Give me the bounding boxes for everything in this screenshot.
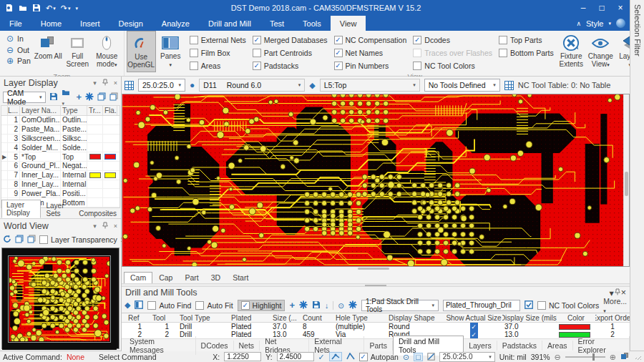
add-layer-button[interactable]: + xyxy=(76,93,82,102)
style-caret-icon[interactable]: ▾ xyxy=(608,21,611,26)
layer-trace-color-cell[interactable] xyxy=(87,171,103,180)
drill-header-show-actual-size[interactable]: Show Actual Size xyxy=(445,313,502,322)
grid-size-combo[interactable]: 25.0:25.0▾ xyxy=(138,79,185,92)
vertical-scroll-thumb[interactable] xyxy=(625,172,628,196)
layer-flash-color-cell[interactable] xyxy=(103,198,117,207)
checkbox-nc-compensation[interactable]: ✓NC Compensation xyxy=(334,36,407,44)
zoom-slider[interactable] xyxy=(565,356,605,358)
cam-mode-combo[interactable]: CAM Mode▾ xyxy=(3,92,46,103)
layer-trace-color-cell[interactable] xyxy=(87,125,103,134)
canvas-vertical-scrollbar[interactable] xyxy=(623,94,629,266)
layer-row-paste-ma[interactable]: 2Paste_Ma...Paste... xyxy=(1,125,119,134)
autopan-checkbox[interactable]: ✓Autopan xyxy=(359,353,399,361)
panes-button[interactable]: Panes▾ xyxy=(156,31,185,72)
checkbox-nc-tool-colors[interactable]: NC Tool Colors xyxy=(413,62,492,70)
checkbox-merged-databases[interactable]: ✓Merged Databases xyxy=(253,36,328,44)
output-tab-areas[interactable]: Areas xyxy=(542,341,572,351)
checkbox-padstacks[interactable]: ✓Padstacks xyxy=(253,62,328,70)
highlight-checkbox[interactable]: ✓Highlight xyxy=(238,300,286,311)
redo-button[interactable]: ↷▾ xyxy=(61,4,71,13)
checkbox-net-names[interactable]: ✓Net Names xyxy=(334,49,407,57)
layer-flash-color-cell[interactable] xyxy=(103,180,117,189)
more-button[interactable]: More... ▾ xyxy=(603,297,627,314)
drill-header-color[interactable]: Color xyxy=(557,313,595,322)
new-file-button[interactable] xyxy=(5,4,14,12)
layer-row-ground-pl[interactable]: 6Ground_Pl...Negat... xyxy=(1,162,119,171)
angle-snap-button[interactable] xyxy=(346,353,355,361)
header-traces[interactable]: Tr... xyxy=(87,106,103,115)
load-layers-button[interactable]: ▾ xyxy=(62,88,72,107)
world-refresh-button[interactable] xyxy=(3,235,11,245)
export-tools-button[interactable]: ↓ xyxy=(325,301,328,310)
header-flashes[interactable]: Fla... xyxy=(103,106,117,115)
zoom-out-slider-button[interactable]: ⊖ xyxy=(555,353,561,361)
layer-trace-color-cell[interactable] xyxy=(87,134,103,143)
layer-display-close-icon[interactable]: × xyxy=(114,79,117,87)
menu-item-view[interactable]: View xyxy=(331,16,366,31)
world-copy-button[interactable] xyxy=(15,235,24,245)
layer-row-power-pla[interactable]: 9Power_Pla...Positi... xyxy=(1,189,119,198)
layer-trace-color-cell[interactable] xyxy=(87,189,103,197)
origin-target-button[interactable]: ⊙ xyxy=(403,353,409,361)
change-view-button[interactable]: Change View▾ xyxy=(586,31,615,72)
layer-row-inner-lay[interactable]: 7Inner_Lay...Internal xyxy=(1,171,119,180)
doc-tab-cap[interactable]: Cap xyxy=(153,273,178,283)
drill-header-size[interactable]: Size (... xyxy=(270,313,301,322)
drill-header-ref[interactable]: Ref xyxy=(126,313,150,322)
minimize-button[interactable]: – xyxy=(574,0,592,16)
panel-splitter[interactable] xyxy=(122,283,630,287)
drill-header-count[interactable]: Count xyxy=(301,313,333,322)
maximize-button[interactable]: □ xyxy=(592,0,611,16)
selection-filter-strip[interactable]: Selection Filter xyxy=(630,0,644,351)
layer-display-menu-caret-icon[interactable]: ▾ xyxy=(93,79,97,87)
layer-row-solder-m[interactable]: 4Solder_M...Solde... xyxy=(1,143,119,152)
pcb-design-canvas[interactable] xyxy=(122,94,623,266)
save-layers-button[interactable] xyxy=(49,92,58,102)
x-coordinate-input[interactable] xyxy=(224,352,261,361)
status-grid-combo[interactable]: 25.0:25.0▾ xyxy=(439,352,495,362)
nc-tools-combo[interactable]: No Tools Defined▾ xyxy=(424,79,500,92)
layer-trace-color-cell[interactable] xyxy=(87,116,103,124)
help-globe-icon[interactable] xyxy=(616,19,625,28)
style-button[interactable]: Style xyxy=(586,19,603,28)
output-tab-padstacks[interactable]: Padstacks xyxy=(497,341,542,351)
layer-display-pin-icon[interactable] xyxy=(102,79,109,87)
save-button[interactable] xyxy=(32,4,41,12)
checkbox-top-parts[interactable]: Top Parts xyxy=(499,36,554,44)
output-tab-nets[interactable]: Nets xyxy=(234,341,260,351)
panel-tab-layer-sets[interactable]: Layer Sets xyxy=(42,201,74,218)
layer-row-top[interactable]: ▶5*TopTop xyxy=(1,152,119,162)
canvas-horizontal-scrollbar[interactable] xyxy=(122,267,630,270)
zoom-all-button[interactable]: Zoom All xyxy=(34,31,63,72)
world-view-close-icon[interactable]: × xyxy=(114,222,117,230)
star-tool-button[interactable] xyxy=(348,300,357,310)
dcode-combo[interactable]: D11Round 6.0▾ xyxy=(199,79,305,92)
zoom-slider-thumb[interactable] xyxy=(592,353,595,361)
menu-item-design[interactable]: Design xyxy=(109,16,152,31)
drill-header-plated[interactable]: Plated xyxy=(229,313,270,322)
layer-flash-color-cell[interactable] xyxy=(103,171,117,180)
doc-tab-part[interactable]: Part xyxy=(179,273,204,283)
layer-trace-color-cell[interactable] xyxy=(87,152,103,161)
delete-tool-button[interactable] xyxy=(299,300,308,310)
pan-option[interactable]: ⊕Pan xyxy=(6,57,31,65)
drill-cell-color[interactable] xyxy=(557,323,595,331)
undo-button[interactable]: ↶▾ xyxy=(46,4,56,13)
header-layer-name[interactable]: Layer Na... xyxy=(20,106,61,115)
zoom-in-option[interactable]: ⊙In xyxy=(6,34,31,43)
layer-trace-color-cell[interactable] xyxy=(87,180,103,189)
drill-panes-button[interactable] xyxy=(135,300,143,310)
open-file-button[interactable] xyxy=(19,4,27,12)
layer-trace-color-cell[interactable] xyxy=(87,198,103,207)
tool-filter-input[interactable] xyxy=(443,300,520,311)
y-coordinate-input[interactable] xyxy=(277,352,314,361)
layer-row-silkscreen[interactable]: 3Silkscreen...Silksc... xyxy=(1,134,119,144)
layer-flash-color-cell[interactable] xyxy=(103,143,117,152)
layer-trace-color-cell[interactable] xyxy=(87,143,103,152)
drill-header-tool-type[interactable]: Tool Type xyxy=(177,313,229,322)
doc-tab-cam[interactable]: Cam xyxy=(124,272,152,283)
output-tab-dcodes[interactable]: DCodes xyxy=(196,341,234,351)
doc-tab-3d[interactable]: 3D xyxy=(205,273,226,283)
target-tool-button[interactable]: ⊙ xyxy=(338,301,344,310)
menu-item-analyze[interactable]: Analyze xyxy=(152,16,199,31)
